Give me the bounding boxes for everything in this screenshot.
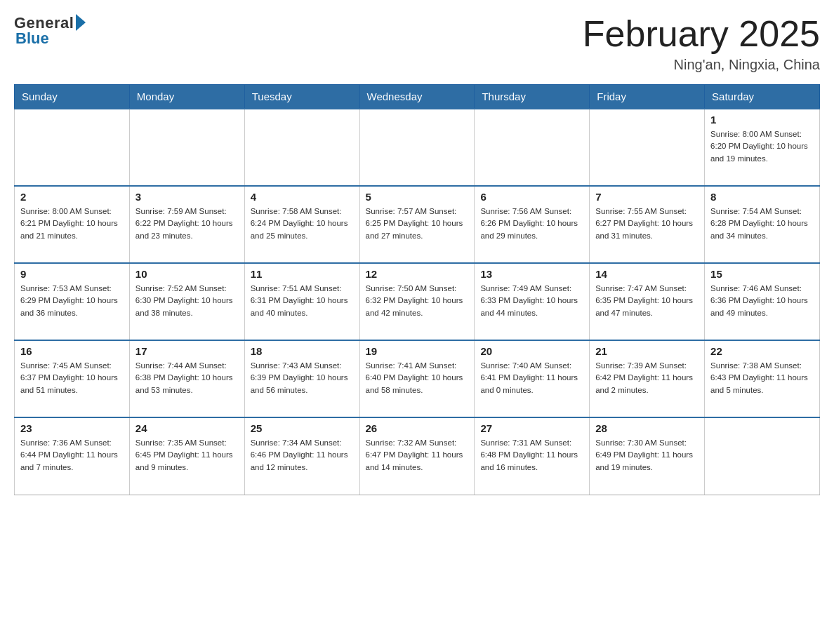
table-row: 14Sunrise: 7:47 AM Sunset: 6:35 PM Dayli… [590,263,705,340]
day-number: 18 [251,345,354,357]
table-row: 6Sunrise: 7:56 AM Sunset: 6:26 PM Daylig… [475,186,590,263]
day-info: Sunrise: 7:32 AM Sunset: 6:47 PM Dayligh… [366,437,469,474]
day-number: 15 [710,268,814,280]
table-row: 8Sunrise: 7:54 AM Sunset: 6:28 PM Daylig… [705,186,820,263]
day-number: 1 [710,114,814,126]
calendar-table: Sunday Monday Tuesday Wednesday Thursday… [14,84,820,495]
location: Ning'an, Ningxia, China [583,57,820,73]
day-number: 7 [595,191,699,203]
day-info: Sunrise: 8:00 AM Sunset: 6:20 PM Dayligh… [710,128,814,165]
table-row [475,109,590,186]
table-row: 13Sunrise: 7:49 AM Sunset: 6:33 PM Dayli… [475,263,590,340]
col-saturday: Saturday [705,85,820,109]
day-info: Sunrise: 7:52 AM Sunset: 6:30 PM Dayligh… [135,283,239,319]
table-row [244,109,359,186]
table-row: 17Sunrise: 7:44 AM Sunset: 6:38 PM Dayli… [129,340,244,417]
table-row: 2Sunrise: 8:00 AM Sunset: 6:21 PM Daylig… [15,186,130,263]
col-friday: Friday [590,85,705,109]
day-info: Sunrise: 7:58 AM Sunset: 6:24 PM Dayligh… [251,206,354,242]
table-row [590,109,705,186]
col-monday: Monday [129,85,244,109]
day-number: 10 [135,268,239,280]
table-row [129,109,244,186]
day-info: Sunrise: 7:50 AM Sunset: 6:32 PM Dayligh… [366,283,469,319]
day-number: 14 [595,268,699,280]
logo: General Blue [14,14,86,48]
table-row [15,109,130,186]
day-info: Sunrise: 7:44 AM Sunset: 6:38 PM Dayligh… [135,360,239,396]
table-row [705,417,820,495]
day-number: 26 [366,422,469,434]
calendar-header-row: Sunday Monday Tuesday Wednesday Thursday… [15,85,820,109]
day-info: Sunrise: 7:55 AM Sunset: 6:27 PM Dayligh… [595,206,699,242]
day-number: 21 [595,345,699,357]
day-number: 6 [480,191,583,203]
table-row: 23Sunrise: 7:36 AM Sunset: 6:44 PM Dayli… [15,417,130,495]
day-number: 5 [366,191,469,203]
calendar-week-row: 16Sunrise: 7:45 AM Sunset: 6:37 PM Dayli… [15,340,820,417]
table-row: 28Sunrise: 7:30 AM Sunset: 6:49 PM Dayli… [590,417,705,495]
page-header: General Blue February 2025 Ning'an, Ning… [14,14,820,73]
day-number: 8 [710,191,814,203]
col-sunday: Sunday [15,85,130,109]
day-info: Sunrise: 7:39 AM Sunset: 6:42 PM Dayligh… [595,360,699,396]
day-info: Sunrise: 7:54 AM Sunset: 6:28 PM Dayligh… [710,206,814,242]
month-title: February 2025 [583,14,820,54]
calendar-week-row: 1Sunrise: 8:00 AM Sunset: 6:20 PM Daylig… [15,109,820,186]
day-number: 12 [366,268,469,280]
table-row: 4Sunrise: 7:58 AM Sunset: 6:24 PM Daylig… [244,186,359,263]
day-info: Sunrise: 8:00 AM Sunset: 6:21 PM Dayligh… [20,206,124,242]
day-info: Sunrise: 7:36 AM Sunset: 6:44 PM Dayligh… [20,437,124,474]
day-number: 24 [135,422,239,434]
table-row: 12Sunrise: 7:50 AM Sunset: 6:32 PM Dayli… [359,263,475,340]
day-info: Sunrise: 7:47 AM Sunset: 6:35 PM Dayligh… [595,283,699,319]
day-number: 22 [710,345,814,357]
table-row: 25Sunrise: 7:34 AM Sunset: 6:46 PM Dayli… [244,417,359,495]
day-info: Sunrise: 7:45 AM Sunset: 6:37 PM Dayligh… [20,360,124,396]
table-row [359,109,475,186]
day-number: 2 [20,191,124,203]
calendar-week-row: 9Sunrise: 7:53 AM Sunset: 6:29 PM Daylig… [15,263,820,340]
day-number: 11 [251,268,354,280]
day-info: Sunrise: 7:31 AM Sunset: 6:48 PM Dayligh… [480,437,583,474]
calendar-week-row: 23Sunrise: 7:36 AM Sunset: 6:44 PM Dayli… [15,417,820,495]
day-info: Sunrise: 7:38 AM Sunset: 6:43 PM Dayligh… [710,360,814,396]
table-row: 24Sunrise: 7:35 AM Sunset: 6:45 PM Dayli… [129,417,244,495]
table-row: 22Sunrise: 7:38 AM Sunset: 6:43 PM Dayli… [705,340,820,417]
day-number: 28 [595,422,699,434]
day-info: Sunrise: 7:43 AM Sunset: 6:39 PM Dayligh… [251,360,354,396]
table-row: 11Sunrise: 7:51 AM Sunset: 6:31 PM Dayli… [244,263,359,340]
day-number: 20 [480,345,583,357]
title-section: February 2025 Ning'an, Ningxia, China [583,14,820,73]
table-row: 18Sunrise: 7:43 AM Sunset: 6:39 PM Dayli… [244,340,359,417]
table-row: 21Sunrise: 7:39 AM Sunset: 6:42 PM Dayli… [590,340,705,417]
day-number: 17 [135,345,239,357]
logo-arrow-icon [76,14,86,31]
day-number: 27 [480,422,583,434]
day-info: Sunrise: 7:41 AM Sunset: 6:40 PM Dayligh… [366,360,469,396]
day-info: Sunrise: 7:34 AM Sunset: 6:46 PM Dayligh… [251,437,354,474]
table-row: 15Sunrise: 7:46 AM Sunset: 6:36 PM Dayli… [705,263,820,340]
day-number: 23 [20,422,124,434]
day-number: 9 [20,268,124,280]
day-number: 13 [480,268,583,280]
table-row: 3Sunrise: 7:59 AM Sunset: 6:22 PM Daylig… [129,186,244,263]
day-info: Sunrise: 7:56 AM Sunset: 6:26 PM Dayligh… [480,206,583,242]
col-thursday: Thursday [475,85,590,109]
day-info: Sunrise: 7:53 AM Sunset: 6:29 PM Dayligh… [20,283,124,319]
day-info: Sunrise: 7:57 AM Sunset: 6:25 PM Dayligh… [366,206,469,242]
day-info: Sunrise: 7:49 AM Sunset: 6:33 PM Dayligh… [480,283,583,319]
table-row: 26Sunrise: 7:32 AM Sunset: 6:47 PM Dayli… [359,417,475,495]
table-row: 19Sunrise: 7:41 AM Sunset: 6:40 PM Dayli… [359,340,475,417]
day-info: Sunrise: 7:40 AM Sunset: 6:41 PM Dayligh… [480,360,583,396]
day-number: 4 [251,191,354,203]
table-row: 16Sunrise: 7:45 AM Sunset: 6:37 PM Dayli… [15,340,130,417]
day-info: Sunrise: 7:46 AM Sunset: 6:36 PM Dayligh… [710,283,814,319]
day-info: Sunrise: 7:51 AM Sunset: 6:31 PM Dayligh… [251,283,354,319]
table-row: 9Sunrise: 7:53 AM Sunset: 6:29 PM Daylig… [15,263,130,340]
day-number: 19 [366,345,469,357]
col-tuesday: Tuesday [244,85,359,109]
col-wednesday: Wednesday [359,85,475,109]
table-row: 20Sunrise: 7:40 AM Sunset: 6:41 PM Dayli… [475,340,590,417]
day-info: Sunrise: 7:35 AM Sunset: 6:45 PM Dayligh… [135,437,239,474]
